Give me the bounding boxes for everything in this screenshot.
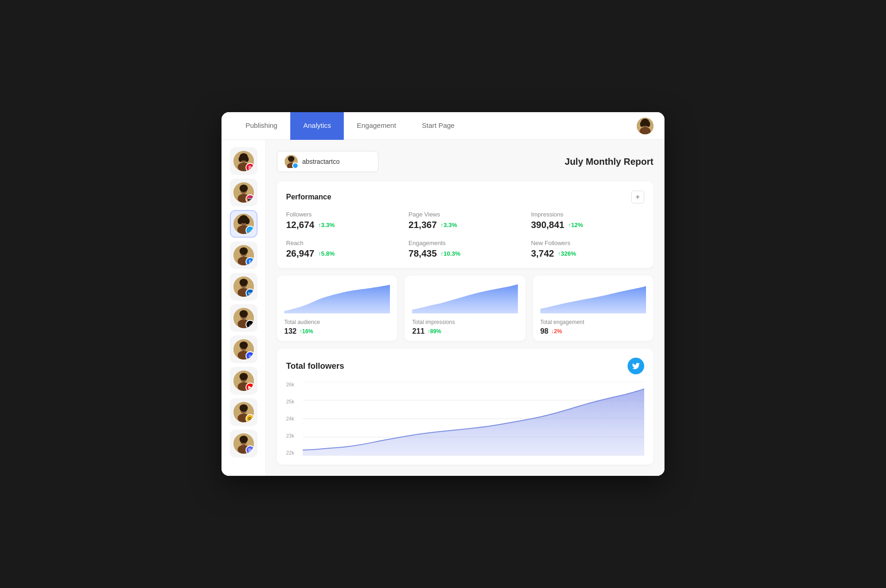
performance-card: Performance + Followers 12,674 ↑3.3% Pag…	[277, 181, 653, 268]
tab-startpage[interactable]: Start Page	[409, 112, 467, 140]
impressions-chart-label: Total impressions	[412, 319, 518, 325]
metric-followers-value-row: 12,674 ↑3.3%	[286, 220, 399, 230]
metric-reach: Reach 26,947 ↑5.8%	[286, 240, 399, 259]
twitter-badge: 🐦	[245, 226, 254, 234]
y-label-23k: 23k	[286, 433, 299, 438]
metric-impressions-value: 390,841	[531, 220, 564, 230]
metric-new-followers: New Followers 3,742 ↑326%	[531, 240, 644, 259]
metric-engagements-value: 78,435	[408, 248, 437, 259]
svg-point-41	[239, 373, 248, 380]
performance-expand-button[interactable]: +	[631, 191, 644, 204]
tab-engagement[interactable]: Engagement	[344, 112, 409, 140]
metric-engagements: Engagements 78,435 ↑10.3%	[408, 240, 521, 259]
metric-new-followers-value-row: 3,742 ↑326%	[531, 248, 644, 259]
svg-point-29	[239, 279, 248, 286]
metric-engagements-label: Engagements	[408, 240, 521, 246]
impressions-chart-svg	[412, 281, 518, 313]
account-selector-avatar	[285, 155, 298, 168]
engagement-chart-value-row: 98 ↓2%	[540, 327, 646, 336]
metric-followers-value: 12,674	[286, 220, 314, 230]
followers-twitter-icon	[628, 358, 644, 374]
mini-charts-row: Total audience 132 ↑16%	[277, 276, 653, 341]
linkedin-badge: in	[245, 288, 254, 297]
instagram-badge: 📷	[245, 194, 254, 203]
metric-engagements-value-row: 78,435 ↑10.3%	[408, 248, 521, 259]
y-axis-labels: 26k 25k 24k 23k 22k	[286, 382, 303, 456]
tab-analytics[interactable]: Analytics	[290, 112, 344, 140]
performance-card-header: Performance +	[286, 191, 644, 204]
sidebar-item-instagram[interactable]: 📷	[230, 179, 257, 206]
sidebar-item-pinterest[interactable]: P	[230, 147, 257, 175]
account-row: abstractartco July Monthly Report	[277, 151, 653, 172]
metric-pageviews-value-row: 21,367 ↑3.3%	[408, 220, 521, 230]
metric-followers-change: ↑3.3%	[318, 222, 335, 228]
svg-point-53	[288, 156, 294, 162]
app-container: Publishing Analytics Engagement Start Pa…	[222, 112, 664, 476]
chart-svg-area	[303, 382, 644, 456]
top-nav: Publishing Analytics Engagement Start Pa…	[222, 112, 664, 140]
sidebar-item-discord[interactable]: D	[230, 430, 257, 457]
metric-pageviews-change: ↑3.3%	[441, 222, 457, 228]
y-label-25k: 25k	[286, 399, 299, 404]
svg-point-20	[238, 218, 242, 224]
tab-publishing[interactable]: Publishing	[233, 112, 290, 140]
metric-new-followers-change: ↑326%	[558, 250, 576, 257]
metric-followers-label: Followers	[286, 211, 399, 218]
metric-pageviews-label: Page Views	[408, 211, 521, 218]
impressions-chart-change: ↑89%	[427, 328, 441, 335]
metric-impressions-change: ↑12%	[568, 222, 583, 228]
sidebar-item-tiktok[interactable]: ♪	[230, 304, 257, 332]
svg-point-25	[239, 247, 248, 255]
y-label-24k: 24k	[286, 416, 299, 421]
sidebar-item-twitter[interactable]: 🐦	[230, 210, 257, 238]
metric-new-followers-value: 3,742	[531, 248, 554, 259]
y-label-26k: 26k	[286, 382, 299, 387]
metric-reach-label: Reach	[286, 240, 399, 246]
svg-point-5	[647, 121, 650, 127]
account-name: abstractartco	[302, 158, 340, 165]
mini-chart-engagement: Total engagement 98 ↓2%	[533, 276, 653, 341]
impressions-chart-value-row: 211 ↑89%	[412, 327, 518, 336]
sidebar-item-google[interactable]: G	[230, 398, 257, 426]
svg-point-37	[239, 342, 248, 349]
y-label-22k: 22k	[286, 450, 299, 456]
metric-impressions-label: Impressions	[531, 211, 644, 218]
svg-point-33	[239, 310, 248, 318]
sidebar-item-buffer[interactable]: ≡	[230, 336, 257, 363]
report-title: July Monthly Report	[565, 156, 653, 167]
google-badge: G	[245, 414, 254, 422]
followers-chart-svg	[303, 382, 644, 456]
svg-point-10	[239, 156, 242, 162]
user-avatar[interactable]	[637, 118, 653, 134]
svg-point-21	[245, 218, 250, 224]
sidebar-item-facebook[interactable]: f	[230, 241, 257, 269]
buffer-badge: ≡	[245, 351, 254, 360]
followers-title: Total followers	[286, 361, 344, 371]
youtube-badge: ▶	[245, 383, 254, 391]
sidebar: P 📷	[222, 140, 266, 476]
audience-chart-value-row: 132 ↑16%	[284, 327, 390, 336]
metric-engagements-change: ↑10.3%	[441, 250, 461, 257]
audience-chart-change: ↑16%	[299, 328, 313, 335]
metric-reach-change: ↑5.8%	[318, 250, 335, 257]
metric-pageviews-value: 21,367	[408, 220, 437, 230]
main-layout: P 📷	[222, 140, 664, 476]
audience-chart-label: Total audience	[284, 319, 390, 325]
audience-chart-value: 132	[284, 327, 297, 336]
engagement-chart-change: ↓2%	[551, 328, 562, 335]
svg-point-15	[239, 185, 248, 192]
engagement-chart-svg	[540, 281, 646, 313]
svg-point-4	[640, 121, 644, 127]
facebook-badge: f	[245, 257, 254, 265]
mini-chart-impressions: Total impressions 211 ↑89%	[405, 276, 525, 341]
sidebar-item-linkedin[interactable]: in	[230, 273, 257, 300]
performance-card-title: Performance	[286, 193, 331, 201]
metric-reach-value-row: 26,947 ↑5.8%	[286, 248, 399, 259]
impressions-chart-value: 211	[412, 327, 425, 336]
svg-point-11	[245, 156, 249, 162]
sidebar-item-youtube[interactable]: ▶	[230, 367, 257, 395]
audience-chart-svg	[284, 281, 390, 313]
account-selector[interactable]: abstractartco	[277, 151, 378, 172]
engagement-chart-label: Total engagement	[540, 319, 646, 325]
content-area: abstractartco July Monthly Report Perfor…	[266, 140, 664, 476]
